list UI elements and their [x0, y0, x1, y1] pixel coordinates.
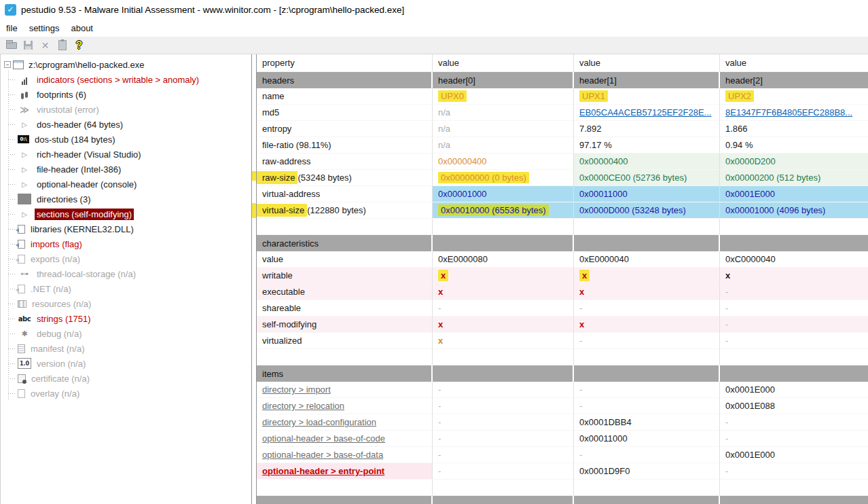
column-header-3[interactable]: value [720, 54, 868, 72]
tree-item-thread-local-storage-n-a[interactable]: ⊶thread-local-storage (n/a) [1, 266, 251, 281]
toolbar-help-button[interactable]: ? [71, 38, 88, 53]
tree-item-certificate-n-a[interactable]: certificate (n/a) [1, 371, 251, 386]
panel-splitter[interactable] [252, 54, 256, 504]
tree-item-dos-stub-184-bytes[interactable]: 0:\dos-stub (184 bytes) [1, 132, 251, 147]
value-text: 0x00011000 [579, 433, 628, 444]
value-text: 7.892 [579, 124, 602, 134]
property-cell: raw-address [257, 154, 433, 170]
property-cell[interactable]: directory > load-configuration [257, 414, 433, 431]
toolbar-save-button[interactable] [20, 38, 37, 53]
value-cell: 0x00000200 (512 bytes) [720, 170, 868, 186]
menu-item-about[interactable]: about [71, 23, 93, 33]
property-cell: md5 [257, 105, 433, 121]
value-cell: 0x0001E088 [720, 398, 868, 414]
menu-item-settings[interactable]: settings [29, 23, 60, 33]
value-cell: 0x00001000 (4096 bytes) [720, 202, 868, 219]
column-header-1[interactable]: value [433, 54, 574, 72]
value-cell: 0xE0000080 [433, 251, 574, 268]
value-text: - [725, 303, 728, 313]
tree-branch-line [8, 109, 16, 110]
tree-item-dos-header-64-bytes[interactable]: ▷dos-header (64 bytes) [1, 117, 251, 132]
value-text: EB05CA4ACEB57125EF2F28E... [579, 107, 711, 118]
chevron-icon: ▷ [18, 149, 31, 160]
chevron-icon: ▷ [18, 164, 31, 175]
tree-item-directories-3[interactable]: directories (3) [1, 192, 251, 206]
empty-cell [257, 349, 433, 365]
value-text: - [725, 433, 728, 444]
tree-item-optional-header-console[interactable]: ▷optional-header (console) [1, 177, 251, 192]
tree-item-file-header-intel-386[interactable]: ▷file-header (Intel-386) [1, 162, 251, 177]
property-cell[interactable]: optional-header > base-of-data [257, 447, 433, 463]
tree-item-sections-self-modifying[interactable]: ▷sections (self-modifying) [1, 206, 251, 221]
tree-item-overlay-n-a[interactable]: overlay (n/a) [1, 386, 251, 401]
tree-item-label: sections (self-modifying) [35, 209, 134, 220]
value-cell: 0xE0000040 [574, 251, 720, 268]
collapse-icon[interactable]: − [4, 61, 11, 68]
tree-item-footprints-6[interactable]: footprints (6) [1, 87, 251, 102]
table-row-directory-load-configuration: directory > load-configuration-0x0001DBB… [257, 414, 868, 431]
tree-item-label: libraries (KERNEL32.DLL) [29, 223, 136, 235]
value-cell: n/a [433, 121, 574, 137]
question-icon: ? [76, 39, 83, 52]
value-text: - [438, 401, 441, 411]
value-cell[interactable]: EB05CA4ACEB57125EF2F28E... [574, 105, 720, 121]
toolbar-open-file-button[interactable] [3, 38, 20, 53]
main-area: − z:\cprogram\hello-packed.exe indicator… [0, 54, 868, 504]
value-cell: 0x0001E000 [720, 186, 868, 202]
empty-cell [720, 480, 868, 496]
tree-item-label: dos-stub (184 bytes) [33, 134, 117, 145]
footprints-icon [18, 89, 31, 100]
column-header-2[interactable]: value [574, 54, 720, 72]
highlight-mark: UPX1 [579, 90, 608, 102]
property-cell: virtualized [257, 333, 433, 349]
tree-item-indicators-sections-writable-anomaly[interactable]: indicators (sections > writable > anomal… [1, 72, 251, 87]
value-cell: - [433, 382, 574, 398]
highlight-mark: x [438, 270, 448, 281]
tree-item-rich-header-visual-studio[interactable]: ▷rich-header (Visual Studio) [1, 147, 251, 162]
property-label: virtual-address [262, 189, 320, 199]
value-text: x [579, 287, 584, 297]
tree-item-strings-1751[interactable]: abcstrings (1751) [1, 311, 251, 326]
property-cell[interactable]: optional-header > base-of-code [257, 431, 433, 447]
tree-item-label: exports (n/a) [29, 253, 82, 265]
tree-item-version-n-a[interactable]: 1.0version (n/a) [1, 356, 251, 371]
menu-item-file[interactable]: file [6, 23, 18, 33]
toolbar-report-button[interactable] [54, 38, 71, 53]
tree-item-manifest-n-a[interactable]: manifest (n/a) [1, 341, 251, 356]
value-text: - [725, 336, 728, 346]
table-row-file-ratio-98.11: file-ratio (98.11%)n/a97.17 %0.94 % [257, 137, 868, 154]
tree-item-label: debug (n/a) [35, 328, 84, 340]
tree-item-label: file-header (Intel-386) [35, 164, 123, 175]
tree-item-.net-n-a[interactable]: .NET (n/a) [1, 281, 251, 296]
property-cell[interactable]: directory > import [257, 382, 433, 398]
tree-item-root[interactable]: − z:\cprogram\hello-packed.exe [1, 57, 251, 72]
property-cell[interactable]: optional-header > entry-point [257, 463, 433, 480]
tree-branch-line [8, 184, 16, 185]
page-arrow-icon [18, 240, 25, 249]
value-cell: x [574, 317, 720, 333]
tree-item-libraries-kernel32.dll[interactable]: libraries (KERNEL32.DLL) [1, 221, 251, 236]
tree-item-virustotal-error[interactable]: ≫virustotal (error) [1, 102, 251, 117]
tree-item-exports-n-a[interactable]: exports (n/a) [1, 251, 251, 266]
empty-cell [720, 349, 868, 365]
toolbar-close-file-button[interactable]: ✕ [37, 38, 54, 53]
empty-row [257, 480, 868, 496]
tree-branch-line [8, 274, 16, 274]
tree-branch-line [8, 79, 16, 80]
tree-item-label: overlay (n/a) [29, 388, 82, 399]
value-cell[interactable]: 8E1347F7F6B4805EFC288B8... [720, 105, 868, 121]
tree-item-imports-flag[interactable]: imports (flag) [1, 236, 251, 251]
tree-item-resources-n-a[interactable]: resources (n/a) [1, 296, 251, 311]
grid-icon [18, 194, 31, 204]
tree-item-label: version (n/a) [35, 358, 88, 370]
property-label: entropy [262, 124, 291, 134]
property-cell[interactable]: directory > relocation [257, 398, 433, 414]
empty-row [257, 349, 868, 365]
tree-item-debug-n-a[interactable]: ✱debug (n/a) [1, 326, 251, 341]
value-cell: - [720, 333, 868, 349]
column-header-0[interactable]: property [257, 54, 433, 72]
highlight-mark: x [579, 270, 590, 281]
tree-item-label: strings (1751) [35, 313, 92, 325]
property-cell: executable [257, 284, 433, 300]
value-text: - [438, 384, 441, 395]
